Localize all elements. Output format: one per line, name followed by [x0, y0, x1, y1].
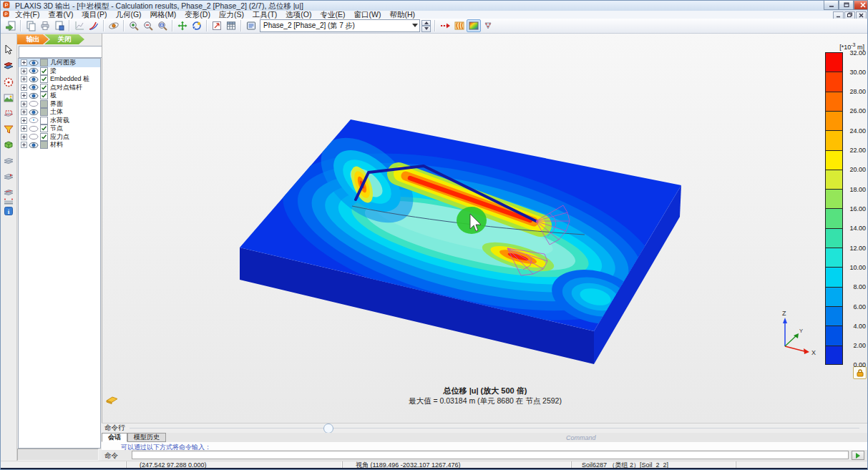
orbit-icon[interactable]	[107, 19, 121, 32]
visibility-checkbox[interactable]	[40, 84, 48, 92]
select-nodes-icon[interactable]	[3, 77, 14, 88]
eye-icon[interactable]	[29, 67, 38, 74]
expand-icon[interactable]	[21, 117, 27, 124]
snapshot-icon[interactable]	[3, 92, 14, 104]
scale-icon[interactable]	[210, 19, 224, 32]
splitter-handle[interactable]	[323, 424, 333, 434]
visibility-checkbox[interactable]	[40, 108, 48, 116]
eye-icon[interactable]	[29, 76, 38, 83]
visibility-checkbox[interactable]	[40, 92, 48, 99]
visibility-checkbox[interactable]	[40, 117, 48, 124]
model-3d-view[interactable]: Z X Y	[102, 34, 868, 423]
select-cursor-icon[interactable]	[3, 44, 14, 55]
info-icon[interactable]: i	[3, 205, 14, 217]
expand-icon[interactable]	[21, 142, 27, 148]
eye-icon[interactable]	[29, 92, 38, 99]
clip-plane-icon[interactable]	[3, 108, 14, 119]
chevron-down-icon[interactable]	[412, 24, 418, 27]
menu-item-3[interactable]: 几何(G)	[111, 11, 145, 19]
export-image-icon[interactable]	[52, 19, 67, 32]
phase-spinner[interactable]	[421, 20, 431, 32]
command-input[interactable]	[132, 451, 849, 459]
expand-icon[interactable]	[21, 84, 27, 91]
visibility-checkbox[interactable]	[40, 124, 48, 132]
slice-y-icon[interactable]	[3, 170, 14, 182]
tree-item-3[interactable]: 点对点锚杆	[19, 84, 100, 92]
filter-icon[interactable]	[3, 124, 14, 135]
expand-icon[interactable]	[21, 59, 27, 66]
spin-down-icon[interactable]	[421, 26, 431, 32]
tree-item-10[interactable]: 材料	[19, 141, 100, 150]
menu-item-0[interactable]: 文件(F)	[11, 11, 44, 19]
visibility-checkbox[interactable]	[40, 59, 48, 67]
phase-selector[interactable]: Phase_2 [Phase_2] (第 7 步)	[260, 19, 420, 32]
print-icon[interactable]	[38, 19, 52, 32]
zoom-window-icon[interactable]	[155, 19, 170, 32]
app-icon	[3, 1, 11, 10]
export-report-icon[interactable]	[4, 19, 18, 32]
expand-icon[interactable]	[21, 134, 27, 140]
menu-item-1[interactable]: 查看(V)	[44, 11, 77, 19]
incremental-displacement-icon[interactable]	[438, 19, 452, 32]
spin-up-icon[interactable]	[421, 20, 431, 26]
partial-geometry-icon[interactable]	[3, 139, 14, 150]
menu-item-9[interactable]: 专业(E)	[316, 11, 350, 19]
copy-icon[interactable]	[24, 19, 38, 32]
expand-icon[interactable]	[21, 68, 27, 74]
menu-item-10[interactable]: 窗口(W)	[350, 11, 386, 19]
menu-item-5[interactable]: 变形(D)	[180, 11, 215, 19]
zoom-in-icon[interactable]	[127, 19, 141, 32]
curves-icon[interactable]	[87, 19, 101, 32]
close-button[interactable]	[854, 1, 868, 10]
menu-item-7[interactable]: 工具(T)	[248, 11, 281, 19]
eye-off-icon[interactable]	[29, 125, 38, 132]
menu-item-4[interactable]: 网格(M)	[146, 11, 181, 19]
expand-icon[interactable]	[21, 76, 27, 82]
contour-lines-icon[interactable]	[452, 19, 467, 32]
tab-output[interactable]: 输出	[17, 34, 49, 44]
eye-off-icon[interactable]	[29, 100, 38, 107]
slice-x-icon[interactable]	[3, 155, 14, 166]
eye-icon[interactable]	[29, 59, 38, 67]
command-panel-divider	[130, 428, 859, 429]
menu-item-11[interactable]: 帮助(H)	[385, 11, 419, 19]
eye-drop-icon[interactable]	[29, 117, 38, 124]
table-icon[interactable]	[224, 19, 238, 32]
minimize-button[interactable]	[824, 1, 839, 10]
cross-section-icon[interactable]	[3, 60, 14, 72]
visibility-checkbox[interactable]	[40, 133, 48, 141]
visibility-checkbox[interactable]	[40, 75, 48, 83]
eye-icon[interactable]	[29, 109, 38, 116]
pan-icon[interactable]	[175, 19, 190, 32]
tab-model-history[interactable]: 模型历史	[127, 433, 166, 442]
report-generator-icon[interactable]	[244, 19, 258, 32]
visibility-checkbox[interactable]	[40, 100, 48, 108]
rotate-view-icon[interactable]	[190, 19, 204, 32]
zoom-out-icon[interactable]	[141, 19, 155, 32]
expand-icon[interactable]	[21, 125, 27, 132]
eye-icon[interactable]	[29, 84, 38, 91]
menu-item-8[interactable]: 选项(O)	[281, 11, 316, 19]
tab-session[interactable]: 会话	[102, 433, 127, 442]
visibility-checkbox[interactable]	[40, 141, 48, 149]
legend-tick-label: 8.00	[843, 283, 866, 290]
visibility-checkbox[interactable]	[40, 67, 48, 75]
chart-icon[interactable]	[72, 19, 87, 32]
eye-icon[interactable]	[29, 142, 38, 149]
vectors-icon[interactable]	[481, 19, 495, 32]
main-toolbar: Phase_2 [Phase_2] (第 7 步)	[1, 19, 868, 34]
tree-item-0[interactable]: 几何图形	[19, 59, 100, 67]
model-3d-viewport[interactable]: Z X Y	[102, 34, 868, 423]
maximize-button[interactable]	[839, 1, 854, 10]
tab-close[interactable]: 关闭	[44, 34, 84, 44]
expand-icon[interactable]	[21, 101, 27, 107]
legend-tick-label: 10.00	[843, 264, 866, 271]
run-command-button[interactable]	[852, 451, 864, 460]
menu-item-2[interactable]: 项目(P)	[77, 11, 111, 19]
menu-item-6[interactable]: 应力(S)	[215, 11, 248, 19]
tree-filter-input[interactable]	[19, 46, 103, 58]
expand-icon[interactable]	[21, 92, 27, 99]
eye-off-icon[interactable]	[29, 133, 38, 140]
expand-icon[interactable]	[21, 109, 27, 115]
contour-shadings-icon[interactable]	[467, 19, 481, 32]
